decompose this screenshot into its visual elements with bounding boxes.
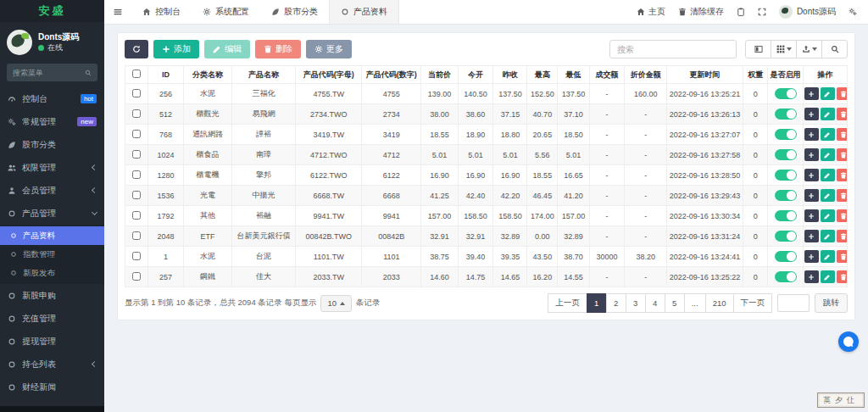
column-header[interactable]: 成交额 [589,66,625,84]
delete-button[interactable]: 删除 [255,40,301,58]
page-button[interactable]: 2 [606,293,626,313]
row-delete-button[interactable] [837,148,848,161]
sidebar-item[interactable]: 会员管理 [0,179,104,202]
row-edit-button[interactable] [821,230,835,242]
search-button[interactable] [821,40,848,58]
row-delete-button[interactable] [837,230,848,242]
row-edit-button[interactable] [821,270,835,283]
row-checkbox[interactable] [132,211,141,220]
column-header[interactable]: 产品代码(字母) [296,66,362,84]
row-delete-button[interactable] [837,270,848,283]
enable-toggle[interactable] [775,149,797,160]
column-header[interactable]: 操作 [803,66,847,84]
row-add-button[interactable] [804,148,819,161]
column-header[interactable]: 分类名称 [183,66,231,84]
page-button[interactable]: 210 [705,293,734,313]
row-add-button[interactable] [804,270,819,283]
page-button[interactable]: 5 [665,293,685,313]
row-add-button[interactable] [804,169,819,181]
column-header[interactable]: 折价金额 [625,66,666,84]
more-button[interactable]: 更多 [306,40,352,58]
enable-toggle[interactable] [775,129,797,140]
next-page-button[interactable]: 下一页 [733,293,773,313]
home-link[interactable]: 主页 [637,6,665,18]
sidebar-item[interactable]: 财经新闻 [0,376,104,398]
row-add-button[interactable] [804,209,819,222]
sidebar-item[interactable]: 持仓列表 [0,353,104,376]
row-checkbox[interactable] [132,109,141,118]
sidebar-subitem[interactable]: 指数管理 [0,245,104,264]
toggle-columns-button[interactable] [745,40,771,58]
sidebar-item[interactable]: 权限管理 [0,156,104,179]
view-grid-button[interactable] [771,40,797,58]
column-header[interactable]: 产品代码(数字) [362,66,421,84]
column-header[interactable]: 权重 [743,66,768,84]
page-button[interactable]: 3 [626,293,646,313]
table-search-input[interactable] [609,40,737,58]
column-header[interactable]: 产品名称 [232,66,296,84]
column-header[interactable]: 最高 [527,66,558,84]
menu-toggle-button[interactable] [104,0,131,24]
row-edit-button[interactable] [821,128,835,141]
page-ellipsis[interactable]: ... [684,293,706,313]
column-header[interactable]: 更新时间 [666,66,743,84]
row-add-button[interactable] [804,128,819,141]
row-checkbox[interactable] [132,170,141,179]
row-delete-button[interactable] [837,209,848,222]
row-edit-button[interactable] [821,87,835,100]
page-size-select[interactable]: 10 [320,295,352,312]
export-button[interactable] [796,40,822,58]
refresh-button[interactable] [125,40,148,58]
row-delete-button[interactable] [837,108,848,120]
enable-toggle[interactable] [775,271,797,282]
enable-toggle[interactable] [775,251,797,262]
chat-widget[interactable] [838,331,859,352]
enable-toggle[interactable] [775,109,797,120]
row-add-button[interactable] [804,189,819,202]
enable-toggle[interactable] [775,170,797,181]
row-checkbox[interactable] [132,191,141,199]
row-edit-button[interactable] [821,250,835,263]
edit-button[interactable]: 编辑 [204,40,250,58]
row-delete-button[interactable] [837,189,848,202]
enable-toggle[interactable] [775,190,797,201]
row-add-button[interactable] [804,87,819,100]
row-checkbox[interactable] [132,231,141,240]
row-add-button[interactable] [804,230,819,242]
sidebar-item[interactable]: 股市分类 [0,133,104,156]
row-checkbox[interactable] [132,150,141,159]
sidebar-subitem[interactable]: 产品资料 [0,226,104,245]
clear-cache-link[interactable]: 清除缓存 [678,6,724,18]
settings-button[interactable] [849,8,857,16]
enable-toggle[interactable] [775,231,797,242]
row-checkbox[interactable] [132,272,141,281]
enable-toggle[interactable] [775,210,797,221]
prev-page-button[interactable]: 上一页 [548,293,587,313]
nav-tab[interactable]: 系统配置 [192,0,260,24]
select-all-checkbox[interactable] [132,70,141,78]
column-header[interactable]: 是否启用 [768,66,804,84]
column-header[interactable]: 当前价 [421,66,458,84]
page-button[interactable]: 1 [587,293,607,313]
column-header[interactable]: ID [148,66,184,84]
row-add-button[interactable] [804,108,819,120]
jump-button[interactable]: 跳转 [815,293,848,313]
add-button[interactable]: 添加 [153,40,199,58]
row-edit-button[interactable] [821,209,835,222]
sidebar-item[interactable]: 产品管理 [0,202,104,225]
sidebar-search-input[interactable] [13,69,81,77]
nav-tab[interactable]: 控制台 [131,0,192,24]
search-icon[interactable] [85,70,92,76]
row-edit-button[interactable] [821,108,835,120]
sidebar-item[interactable]: 常规管理new [0,110,104,133]
sidebar-subitem[interactable]: 新股发布 [0,264,104,282]
column-header[interactable]: 昨收 [493,66,527,84]
jump-page-input[interactable] [777,294,810,312]
page-button[interactable]: 4 [645,293,665,313]
sidebar-item[interactable]: 充值管理 [0,307,104,330]
row-edit-button[interactable] [821,148,835,161]
nav-tab[interactable]: 股市分类 [260,0,329,24]
clipboard-button[interactable] [737,8,745,16]
row-edit-button[interactable] [821,189,835,202]
row-delete-button[interactable] [837,87,848,100]
